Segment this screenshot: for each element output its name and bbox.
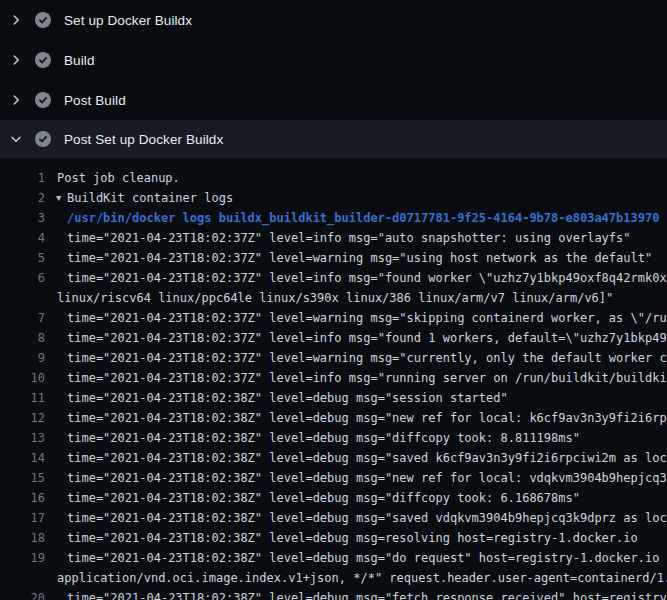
log-line-text: time="2021-04-23T18:02:38Z" level=debug … [0, 588, 667, 600]
log-line: 5time="2021-04-23T18:02:37Z" level=warni… [0, 248, 667, 268]
chevron-right-icon[interactable] [9, 93, 23, 107]
log-line: 13time="2021-04-23T18:02:38Z" level=debu… [0, 428, 667, 448]
log-line: 20time="2021-04-23T18:02:38Z" level=debu… [0, 588, 667, 600]
log-line-text: linux/riscv64 linux/ppc64le linux/s390x … [0, 288, 613, 308]
chevron-right-icon[interactable] [9, 53, 23, 67]
line-number[interactable]: 3 [0, 208, 45, 228]
check-circle-icon [35, 52, 51, 68]
log-line: 2▼BuildKit container logs [0, 188, 667, 208]
log-line: 19time="2021-04-23T18:02:38Z" level=debu… [0, 548, 667, 568]
log-line-text: time="2021-04-23T18:02:37Z" level=warnin… [0, 248, 652, 268]
step-label: Set up Docker Buildx [64, 13, 192, 28]
log-line-text: time="2021-04-23T18:02:37Z" level=info m… [0, 228, 631, 248]
line-number[interactable]: 15 [0, 468, 45, 488]
log-line: 4time="2021-04-23T18:02:37Z" level=info … [0, 228, 667, 248]
line-number[interactable]: 1 [0, 168, 45, 188]
log-lines: 1Post job cleanup.2▼BuildKit container l… [0, 168, 667, 600]
line-number[interactable]: 11 [0, 388, 45, 408]
step-row-post-build[interactable]: Post Build [0, 80, 667, 120]
line-number[interactable]: 10 [0, 368, 45, 388]
log-command-text: /usr/bin/docker logs buildx_buildkit_bui… [0, 208, 659, 228]
log-line: 9time="2021-04-23T18:02:37Z" level=warni… [0, 348, 667, 368]
step-row-post-set-up-docker-buildx[interactable]: Post Set up Docker Buildx [0, 120, 667, 158]
log-line: linux/riscv64 linux/ppc64le linux/s390x … [0, 288, 667, 308]
log-line-text: time="2021-04-23T18:02:38Z" level=debug … [0, 548, 667, 568]
log-area: 1Post job cleanup.2▼BuildKit container l… [0, 158, 667, 600]
log-line-text: time="2021-04-23T18:02:38Z" level=debug … [0, 408, 667, 428]
log-line-text: time="2021-04-23T18:02:37Z" level=warnin… [0, 308, 667, 328]
log-line: 17time="2021-04-23T18:02:38Z" level=debu… [0, 508, 667, 528]
log-line: 3/usr/bin/docker logs buildx_buildkit_bu… [0, 208, 667, 228]
line-number[interactable]: 19 [0, 548, 45, 568]
line-number[interactable]: 7 [0, 308, 45, 328]
log-line: 1Post job cleanup. [0, 168, 667, 188]
line-number[interactable]: 5 [0, 248, 45, 268]
log-line: 10time="2021-04-23T18:02:37Z" level=info… [0, 368, 667, 388]
log-line: 18time="2021-04-23T18:02:38Z" level=debu… [0, 528, 667, 548]
line-number[interactable]: 13 [0, 428, 45, 448]
log-line-text: time="2021-04-23T18:02:38Z" level=debug … [0, 508, 667, 528]
line-number[interactable]: 8 [0, 328, 45, 348]
log-line: application/vnd.oci.image.index.v1+json,… [0, 568, 667, 588]
step-label: Post Set up Docker Buildx [64, 132, 223, 147]
line-number[interactable]: 4 [0, 228, 45, 248]
log-line: 6time="2021-04-23T18:02:37Z" level=info … [0, 268, 667, 288]
log-line-text: application/vnd.oci.image.index.v1+json,… [0, 568, 667, 588]
log-line: 7time="2021-04-23T18:02:37Z" level=warni… [0, 308, 667, 328]
log-line: 14time="2021-04-23T18:02:38Z" level=debu… [0, 448, 667, 468]
log-line: 11time="2021-04-23T18:02:38Z" level=debu… [0, 388, 667, 408]
check-circle-icon [35, 92, 51, 108]
line-number[interactable]: 18 [0, 528, 45, 548]
chevron-down-icon[interactable] [9, 132, 23, 146]
line-number[interactable]: 14 [0, 448, 45, 468]
log-line-text: time="2021-04-23T18:02:37Z" level=info m… [0, 268, 667, 288]
line-number[interactable]: 2 [0, 188, 45, 208]
chevron-right-icon[interactable] [9, 13, 23, 27]
line-number[interactable]: 9 [0, 348, 45, 368]
log-line-text: time="2021-04-23T18:02:37Z" level=info m… [0, 328, 667, 348]
check-circle-icon [35, 131, 51, 147]
log-line-text: time="2021-04-23T18:02:38Z" level=debug … [0, 448, 667, 468]
log-line: 15time="2021-04-23T18:02:38Z" level=debu… [0, 468, 667, 488]
check-circle-icon [35, 12, 51, 28]
step-label: Post Build [64, 93, 126, 108]
line-number[interactable]: 20 [0, 588, 45, 600]
log-line: 16time="2021-04-23T18:02:38Z" level=debu… [0, 488, 667, 508]
step-row-set-up-docker-buildx[interactable]: Set up Docker Buildx [0, 0, 667, 40]
step-row-build[interactable]: Build [0, 40, 667, 80]
line-number[interactable]: 6 [0, 268, 45, 288]
log-line: 8time="2021-04-23T18:02:37Z" level=info … [0, 328, 667, 348]
log-line-text: time="2021-04-23T18:02:38Z" level=debug … [0, 388, 508, 408]
line-number[interactable]: 12 [0, 408, 45, 428]
log-line-text: time="2021-04-23T18:02:38Z" level=debug … [0, 468, 667, 488]
log-line-text: time="2021-04-23T18:02:38Z" level=debug … [0, 528, 638, 548]
log-line-text: time="2021-04-23T18:02:37Z" level=warnin… [0, 348, 667, 368]
log-line-text: time="2021-04-23T18:02:38Z" level=debug … [0, 428, 580, 448]
log-group-toggle-icon[interactable]: ▼ [56, 188, 61, 208]
log-line: 12time="2021-04-23T18:02:38Z" level=debu… [0, 408, 667, 428]
step-label: Build [64, 53, 95, 68]
line-number[interactable]: 16 [0, 488, 45, 508]
line-number[interactable]: 17 [0, 508, 45, 528]
log-line-text: time="2021-04-23T18:02:38Z" level=debug … [0, 488, 580, 508]
log-line-text: time="2021-04-23T18:02:37Z" level=info m… [0, 368, 667, 388]
steps-list: Set up Docker Buildx Build Post Build Po… [0, 0, 667, 158]
